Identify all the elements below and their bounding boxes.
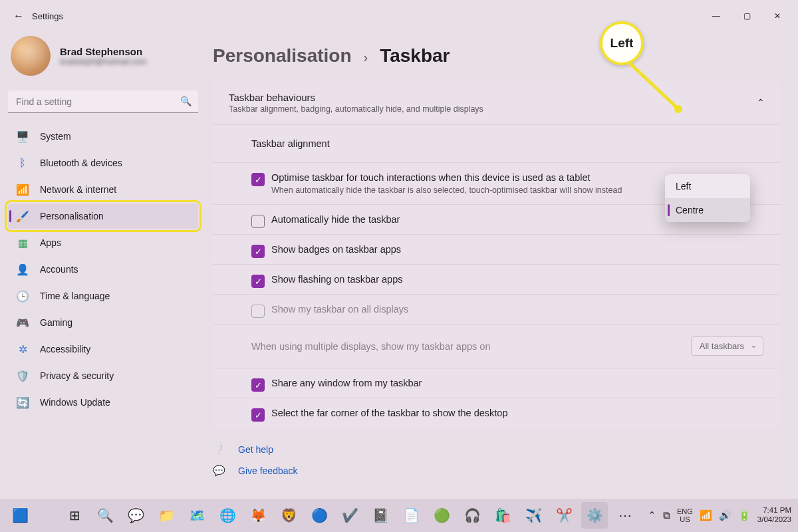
telegram-icon[interactable]: ✈️ <box>520 502 547 529</box>
nav-icon: 📶 <box>16 183 29 196</box>
overflow-icon[interactable]: ⋯ <box>612 502 638 529</box>
search-taskbar-icon[interactable]: 🔍 <box>92 502 118 529</box>
chat-icon[interactable]: 💬 <box>122 502 149 529</box>
spotify-icon[interactable]: 🟢 <box>428 502 455 529</box>
row-2: ✓Show badges on taskbar apps <box>213 234 779 264</box>
avatar <box>11 36 51 76</box>
sidebar-item-personalisation[interactable]: 🖌️Personalisation <box>8 203 198 229</box>
breadcrumb-current: Taskbar <box>380 45 450 66</box>
alignment-option-centre[interactable]: Centre <box>665 198 750 222</box>
sidebar-item-bluetooth-devices[interactable]: ᛒBluetooth & devices <box>8 150 198 176</box>
search-box[interactable]: 🔍 <box>8 90 198 113</box>
sidebar-item-windows-update[interactable]: 🔄Windows Update <box>8 390 198 415</box>
sidebar-item-privacy-security[interactable]: 🛡️Privacy & security <box>8 363 198 388</box>
nav-icon: 🖌️ <box>16 209 29 223</box>
nav-label: Accessibility <box>40 344 90 354</box>
volume-icon[interactable]: 🔊 <box>719 509 732 521</box>
titlebar: ← Settings ― ▢ ✕ <box>0 0 798 32</box>
breadcrumb-parent[interactable]: Personalisation <box>213 45 352 66</box>
card-header[interactable]: Taskbar behaviours Taskbar alignment, ba… <box>213 81 779 124</box>
sidebar-item-network-internet[interactable]: 📶Network & internet <box>8 177 198 202</box>
wifi-icon[interactable]: 📶 <box>700 509 712 521</box>
store-icon[interactable]: 🛍️ <box>489 502 516 529</box>
search-icon: 🔍 <box>180 96 192 106</box>
sidebar-item-apps[interactable]: ▦Apps <box>8 230 198 255</box>
clock[interactable]: 7:41 PM3/04/2023 <box>757 506 791 525</box>
checkbox[interactable]: ✓ <box>251 245 265 258</box>
give-feedback-link[interactable]: 💬Give feedback <box>213 465 779 477</box>
sidebar-item-accessibility[interactable]: ✲Accessibility <box>8 336 198 362</box>
nav-icon: ▦ <box>16 236 29 249</box>
chevron-right-icon: › <box>364 50 368 65</box>
sidebar-item-time-language[interactable]: 🕒Time & language <box>8 283 198 309</box>
sidebar-item-accounts[interactable]: 👤Accounts <box>8 257 198 282</box>
settings-taskbar-icon[interactable]: ⚙️ <box>581 502 608 529</box>
nav-label: Apps <box>40 237 61 248</box>
row-label: Select the far corner of the taskbar to … <box>271 408 763 418</box>
checkbox[interactable]: ✓ <box>251 378 265 392</box>
tray-chevron-icon[interactable]: ⌃ <box>648 509 656 521</box>
maximize-button[interactable]: ▢ <box>732 5 762 27</box>
nav-label: System <box>40 131 71 142</box>
maps-icon[interactable]: 🗺️ <box>184 502 210 529</box>
profile-email: bradsteph@hotmail.com <box>60 57 146 66</box>
nav-label: Gaming <box>40 317 72 328</box>
row-taskbar-alignment: Taskbar alignment <box>213 124 779 162</box>
sidebar: Brad Stephenson bradsteph@hotmail.com 🔍 … <box>0 32 206 497</box>
battery-icon[interactable]: 🔋 <box>738 509 751 521</box>
svg-point-1 <box>674 105 682 113</box>
alignment-option-left[interactable]: Left <box>665 174 750 198</box>
nav-label: Accounts <box>40 264 78 275</box>
minimize-button[interactable]: ― <box>701 5 732 27</box>
back-button[interactable]: ← <box>5 10 32 22</box>
help-icon: ❔ <box>213 444 226 456</box>
alignment-dropdown[interactable]: Left Centre <box>665 174 750 222</box>
todo-icon[interactable]: ✔️ <box>336 502 363 529</box>
firefox-icon[interactable]: 🦊 <box>245 502 271 529</box>
brave-icon[interactable]: 🦁 <box>275 502 302 529</box>
nav-icon: 🖥️ <box>16 130 29 143</box>
sidebar-item-gaming[interactable]: 🎮Gaming <box>8 310 198 335</box>
breadcrumb: Personalisation › Taskbar <box>213 45 779 66</box>
checkbox[interactable] <box>251 215 265 228</box>
explorer-icon[interactable]: 📁 <box>153 502 180 529</box>
dropbox-icon[interactable]: ⧉ <box>663 509 670 521</box>
footer-links: ❔Get help 💬Give feedback <box>213 444 779 477</box>
language-indicator[interactable]: ENGUS <box>677 507 693 523</box>
chrome-icon[interactable]: 🔵 <box>306 502 332 529</box>
sidebar-item-system[interactable]: 🖥️System <box>8 124 198 149</box>
row-multidisplay-select: When using multiple displays, show my ta… <box>213 324 779 368</box>
row-label: Show my taskbar on all displays <box>271 304 763 315</box>
nav-icon: ᛒ <box>16 156 29 170</box>
system-tray: ⌃ ⧉ ENGUS 📶 🔊 🔋 7:41 PM3/04/2023 <box>648 506 791 525</box>
profile-block[interactable]: Brad Stephenson bradsteph@hotmail.com <box>8 32 198 88</box>
nav-label: Time & language <box>40 291 110 301</box>
edge-icon[interactable]: 🌐 <box>214 502 241 529</box>
checkbox[interactable]: ✓ <box>251 408 265 422</box>
headphones-icon[interactable]: 🎧 <box>459 502 485 529</box>
get-help-link[interactable]: ❔Get help <box>213 444 779 456</box>
alignment-label: Taskbar alignment <box>251 138 763 149</box>
close-button[interactable]: ✕ <box>762 5 793 27</box>
widgets-icon[interactable]: 🟦 <box>7 502 33 529</box>
nav-icon: 🎮 <box>16 316 29 329</box>
onenote-icon[interactable]: 📓 <box>367 502 394 529</box>
word-icon[interactable]: 📄 <box>398 502 424 529</box>
row-label: When using multiple displays, show my ta… <box>251 341 490 352</box>
nav-icon: 🛡️ <box>16 369 29 382</box>
chevron-up-icon: ⌃ <box>757 97 765 108</box>
window-title: Settings <box>32 11 63 21</box>
row-7: ✓Select the far corner of the taskbar to… <box>213 398 779 428</box>
nav-label: Personalisation <box>40 211 104 221</box>
start-icon[interactable]: ⊞ <box>61 502 88 529</box>
multidisplay-select: All taskbars <box>691 336 763 356</box>
snip-icon[interactable]: ✂️ <box>551 502 577 529</box>
search-input[interactable] <box>8 90 198 113</box>
checkbox[interactable]: ✓ <box>251 173 265 186</box>
feedback-icon: 💬 <box>213 465 226 477</box>
taskbar-apps: 🟦 ⊞ 🔍 💬 📁 🗺️ 🌐 🦊 🦁 🔵 ✔️ 📓 📄 🟢 🎧 🛍️ ✈️ ✂️… <box>7 502 638 529</box>
nav-label: Windows Update <box>40 397 110 408</box>
nav-label: Network & internet <box>40 184 116 195</box>
checkbox[interactable]: ✓ <box>251 275 265 288</box>
nav-icon: 🔄 <box>16 396 29 409</box>
